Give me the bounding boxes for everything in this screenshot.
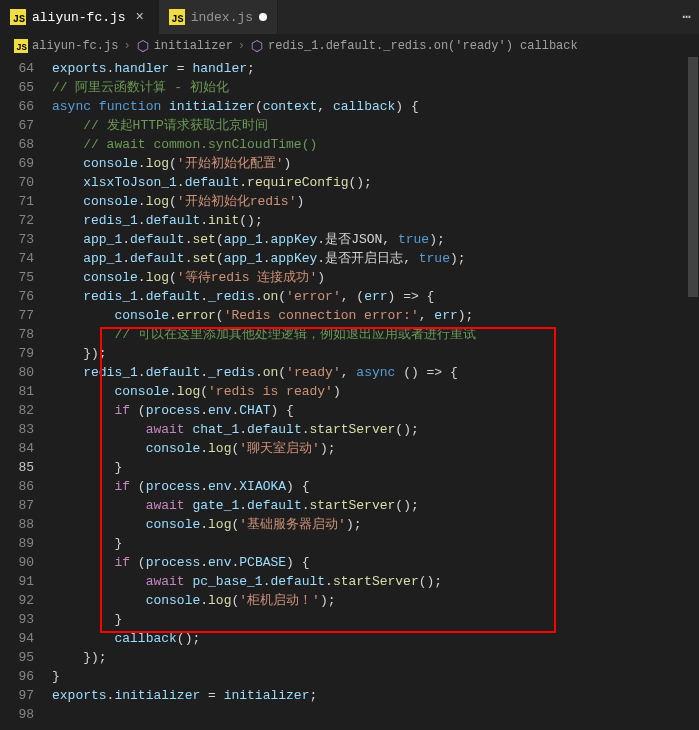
code-line[interactable]: if (process.env.CHAT) { [48,401,699,420]
line-number: 74 [0,249,34,268]
js-file-icon: JS [10,9,26,25]
line-number: 82 [0,401,34,420]
code-line[interactable]: console.log('开始初始化配置') [48,154,699,173]
line-number: 70 [0,173,34,192]
line-number: 93 [0,610,34,629]
line-number: 86 [0,477,34,496]
line-number: 83 [0,420,34,439]
code-line[interactable]: } [48,610,699,629]
line-number: 69 [0,154,34,173]
code-line[interactable]: await chat_1.default.startServer(); [48,420,699,439]
code-line[interactable]: // 可以在这里添加其他处理逻辑，例如退出应用或者进行重试 [48,325,699,344]
vertical-scrollbar[interactable] [687,57,699,730]
code-line[interactable]: }); [48,344,699,363]
line-number: 72 [0,211,34,230]
editor-tabs: JS aliyun-fc.js × JS index.js [0,0,699,35]
code-line[interactable]: app_1.default.set(app_1.appKey.是否开启日志, t… [48,249,699,268]
code-line[interactable]: async function initializer(context, call… [48,97,699,116]
code-line[interactable]: exports.handler = handler; [48,59,699,78]
code-line[interactable]: redis_1.default.init(); [48,211,699,230]
line-number: 75 [0,268,34,287]
chevron-right-icon: › [123,39,130,53]
line-number: 71 [0,192,34,211]
code-line[interactable]: callback(); [48,629,699,648]
code-line[interactable]: redis_1.default._redis.on('ready', async… [48,363,699,382]
line-number: 73 [0,230,34,249]
code-line[interactable]: // await common.synCloudTime() [48,135,699,154]
code-line[interactable]: } [48,534,699,553]
code-line[interactable]: } [48,667,699,686]
line-number: 87 [0,496,34,515]
line-gutter: 6465666768697071727374757677787980818283… [0,57,48,730]
code-line[interactable]: redis_1.default._redis.on('error', (err)… [48,287,699,306]
js-file-icon: JS [169,9,185,25]
code-line[interactable]: } [48,458,699,477]
modified-dot-icon [259,13,267,21]
line-number: 89 [0,534,34,553]
code-line[interactable]: if (process.env.PCBASE) { [48,553,699,572]
code-line[interactable]: if (process.env.XIAOKA) { [48,477,699,496]
code-line[interactable]: console.log('柜机启动！'); [48,591,699,610]
line-number: 90 [0,553,34,572]
line-number: 66 [0,97,34,116]
line-number: 78 [0,325,34,344]
code-line[interactable]: exports.initializer = initializer; [48,686,699,705]
code-line[interactable]: console.log('聊天室启动'); [48,439,699,458]
scroll-thumb[interactable] [688,57,698,297]
line-number: 94 [0,629,34,648]
tab-index[interactable]: JS index.js [159,0,278,34]
line-number: 91 [0,572,34,591]
line-number: 68 [0,135,34,154]
tab-aliyun-fc[interactable]: JS aliyun-fc.js × [0,0,159,34]
code-editor[interactable]: 6465666768697071727374757677787980818283… [0,57,699,730]
line-number: 77 [0,306,34,325]
code-line[interactable]: console.log('redis is ready') [48,382,699,401]
line-number: 80 [0,363,34,382]
code-line[interactable]: console.error('Redis connection error:',… [48,306,699,325]
code-line[interactable]: await gate_1.default.startServer(); [48,496,699,515]
line-number: 64 [0,59,34,78]
code-line[interactable]: console.log('等待redis 连接成功') [48,268,699,287]
code-line[interactable]: console.log('开始初始化redis') [48,192,699,211]
tab-label: aliyun-fc.js [32,10,126,25]
line-number: 95 [0,648,34,667]
more-actions-icon[interactable]: ⋯ [683,8,691,25]
line-number: 97 [0,686,34,705]
line-number: 92 [0,591,34,610]
code-line[interactable]: app_1.default.set(app_1.appKey.是否JSON, t… [48,230,699,249]
code-area[interactable]: exports.handler = handler;// 阿里云函数计算 - 初… [48,57,699,730]
line-number: 85 [0,458,34,477]
breadcrumb-symbol: redis_1.default._redis.on('ready') callb… [268,39,578,53]
tab-label: index.js [191,10,253,25]
line-number: 67 [0,116,34,135]
breadcrumb[interactable]: JS aliyun-fc.js › initializer › redis_1.… [0,35,699,57]
code-line[interactable] [48,705,699,724]
line-number: 81 [0,382,34,401]
line-number: 65 [0,78,34,97]
code-line[interactable]: console.log('基础服务器启动'); [48,515,699,534]
code-line[interactable]: }); [48,648,699,667]
code-line[interactable]: xlsxToJson_1.default.requireConfig(); [48,173,699,192]
method-icon [250,39,264,53]
line-number: 98 [0,705,34,724]
line-number: 84 [0,439,34,458]
line-number: 76 [0,287,34,306]
line-number: 88 [0,515,34,534]
method-icon [136,39,150,53]
js-file-icon: JS [14,39,28,53]
code-line[interactable]: // 阿里云函数计算 - 初始化 [48,78,699,97]
close-icon[interactable]: × [132,9,148,25]
line-number: 96 [0,667,34,686]
line-number: 79 [0,344,34,363]
chevron-right-icon: › [238,39,245,53]
code-line[interactable]: await pc_base_1.default.startServer(); [48,572,699,591]
breadcrumb-file: aliyun-fc.js [32,39,118,53]
code-line[interactable]: // 发起HTTP请求获取北京时间 [48,116,699,135]
breadcrumb-symbol: initializer [154,39,233,53]
